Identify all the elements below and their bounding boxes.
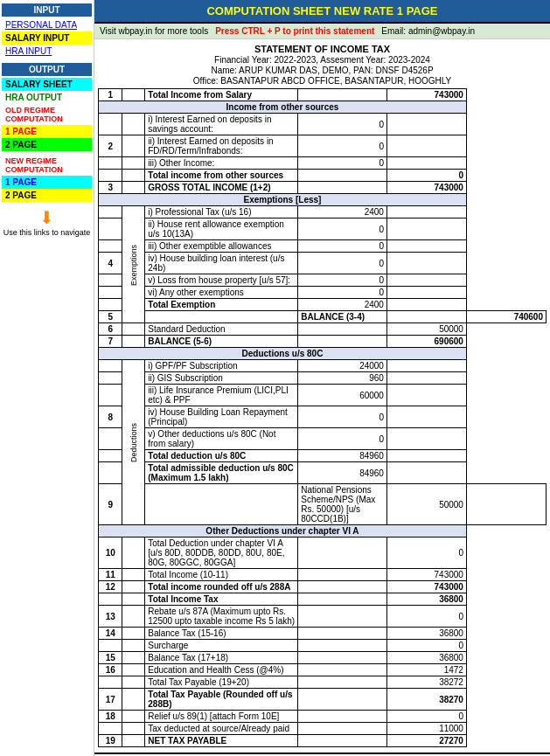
row-number: 5: [99, 311, 122, 323]
row-right-value: [466, 484, 546, 525]
info-visit: Visit wbpay.in for more tools: [100, 26, 208, 36]
deductions-label: Deductions: [122, 360, 145, 525]
row-mid-value: [298, 182, 387, 194]
info-ctrl: Press CTRL + P to print this statement: [215, 26, 374, 36]
empty-cell: [122, 336, 145, 348]
sidebar-item-salary-input[interactable]: SALARY INPUT: [2, 31, 92, 45]
empty-cell: [122, 652, 145, 664]
row-number: 9: [99, 484, 122, 525]
empty-cell: [122, 182, 145, 194]
table-row: 17Total Tax Payable (Rounded off u/s 288…: [99, 689, 547, 711]
row-mid-value: [298, 593, 387, 606]
row-label: v) Other deductions u/s 80C (Not from sa…: [145, 428, 298, 450]
row-label: vi) Any other exemptions: [145, 287, 298, 299]
empty-cell: [122, 606, 145, 628]
empty-cell: [122, 676, 145, 689]
row-mid-value: [386, 311, 466, 323]
row-right-value: 38272: [386, 676, 466, 689]
row-mid-value: [298, 652, 387, 664]
empty-cell: [122, 170, 145, 182]
row-right-value: [386, 385, 466, 406]
empty-cell: [122, 157, 145, 170]
footer: Signature of the Authority ARUP KUMAR DA…: [94, 753, 550, 756]
row-number: [99, 462, 122, 484]
row-right-value: [386, 135, 466, 157]
main-content: COMPUTATION SHEET NEW RATE 1 PAGE Visit …: [94, 0, 550, 756]
table-row: vi) Any other exemptions0: [99, 287, 547, 299]
sidebar-item-old-regime-computation[interactable]: OLD REGIME COMPUTATION: [2, 104, 92, 125]
row-right-value: 38270: [386, 689, 466, 711]
sidebar-item-new-page2[interactable]: 2 PAGE: [2, 189, 92, 202]
sidebar-item-new-regime-computation[interactable]: NEW REGIME COMPUTATION: [2, 155, 92, 176]
statement-title: STATEMENT OF INCOME TAX: [98, 44, 547, 54]
sidebar-item-hra-output[interactable]: HRA OUTPUT: [2, 91, 92, 104]
row-number: 15: [99, 652, 122, 664]
row-number: 3: [99, 182, 122, 194]
row-mid-value: [298, 640, 387, 652]
row-right-value: [386, 253, 466, 274]
sidebar-item-page2[interactable]: 2 PAGE: [2, 138, 92, 151]
row-number: [99, 372, 122, 385]
row-mid-value: 0: [298, 218, 387, 240]
row-mid-value: 960: [298, 372, 387, 385]
table-row: iii) Other exemptible allowances0: [99, 240, 547, 253]
row-mid-value: [298, 336, 387, 348]
row-right-value: [386, 372, 466, 385]
statement-name-pan: Name: ARUP KUMAR DAS, DEMO, PAN: DNSF D4…: [98, 66, 547, 75]
row-number: [99, 593, 122, 606]
row-number: 19: [99, 735, 122, 747]
row-number: [99, 385, 122, 406]
sidebar-item-page1[interactable]: 1 PAGE: [2, 125, 92, 138]
table-row: v) Loss from house property [u/s 57]:0: [99, 274, 547, 287]
table-row: Total deduction u/s 80C84960: [99, 450, 547, 462]
row-right-value: 36800: [386, 593, 466, 606]
sidebar-item-personal-data[interactable]: PERSONAL DATA: [2, 18, 92, 31]
row-label: iv) House building loan interest (u/s 24…: [145, 253, 298, 274]
row-label: Total Income (10-11): [145, 569, 298, 581]
table-row: Exemptions [Less]: [99, 194, 547, 206]
row-right-value: 743000: [386, 89, 466, 101]
row-number: 17: [99, 689, 122, 711]
row-label: Total income from other sources: [145, 170, 298, 182]
row-label: ii) GIS Subscription: [145, 372, 298, 385]
table-row: 14Balance Tax (15-16)36800: [99, 628, 547, 640]
row-number: 14: [99, 628, 122, 640]
empty-cell: [122, 689, 145, 711]
row-mid-value: 0: [298, 157, 387, 170]
row-number: [99, 218, 122, 240]
row-label: GROSS TOTAL INCOME (1+2): [145, 182, 298, 194]
row-right-value: [386, 114, 466, 135]
row-mid-value: [298, 581, 387, 593]
table-row: Deductionsi) GPF/PF Subscription24000: [99, 360, 547, 372]
empty-cell: [122, 89, 145, 101]
row-mid-value: 84960: [298, 462, 387, 484]
row-label: National Pensions Scheme/NPS (Max Rs. 50…: [298, 484, 387, 525]
table-row: i) Interest Earned on deposits in saving…: [99, 114, 547, 135]
row-right-value: 743000: [386, 569, 466, 581]
row-right-value: [386, 274, 466, 287]
row-right-value: 0: [386, 606, 466, 628]
table-row: 5BALANCE (3-4)740600: [99, 311, 547, 323]
row-number: 7: [99, 336, 122, 348]
row-label: Tax deducted at source/Already paid: [145, 723, 298, 735]
row-label: Standard Deduction: [145, 323, 298, 336]
empty-cell: [122, 735, 145, 747]
row-mid-value: [298, 711, 387, 723]
row-mid-value: 50000: [386, 484, 466, 525]
row-label: Surcharge: [145, 640, 298, 652]
row-number: 4: [99, 253, 122, 274]
table-row: 13Rebate u/s 87A (Maximum upto Rs. 12500…: [99, 606, 547, 628]
row-right-value: 11000: [386, 723, 466, 735]
row-label: BALANCE (5-6): [145, 336, 298, 348]
sidebar-item-hra-input[interactable]: HRA INPUT: [2, 45, 92, 58]
sidebar-item-new-page1[interactable]: 1 PAGE: [2, 176, 92, 189]
sidebar-item-salary-sheet[interactable]: SALARY SHEET: [2, 78, 92, 91]
section-header: Deductions u/s 80C: [99, 348, 467, 360]
row-label: Total deduction u/s 80C: [145, 450, 298, 462]
row-right-value: 0: [386, 538, 466, 569]
empty-cell: [122, 581, 145, 593]
table-row: Deductions u/s 80C: [99, 348, 547, 360]
row-mid-value: [298, 723, 387, 735]
row-number: [99, 274, 122, 287]
row-right-value: [386, 157, 466, 170]
